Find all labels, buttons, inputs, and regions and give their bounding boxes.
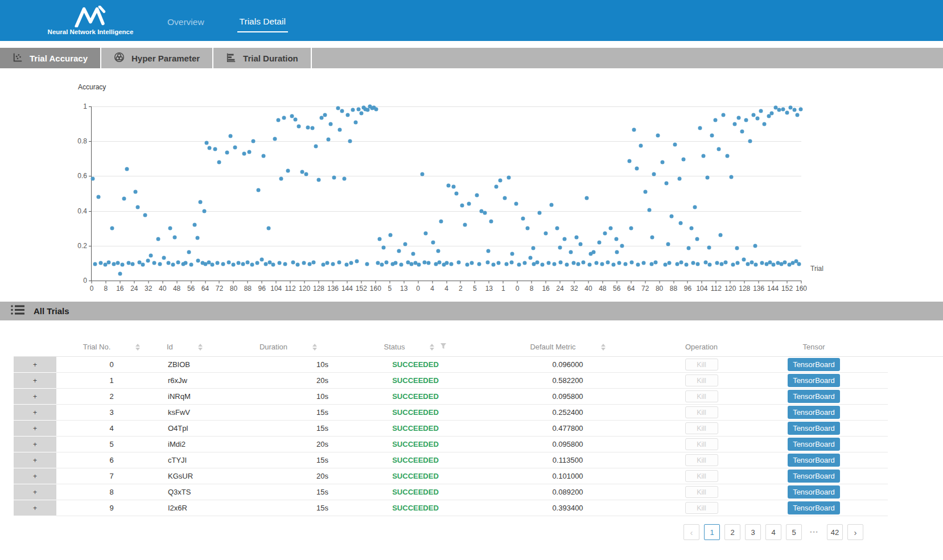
brand-logo: Neural Network Intelligence	[36, 6, 145, 35]
scatter-point	[748, 139, 752, 143]
kill-button[interactable]: Kill	[685, 359, 718, 370]
x-axis-tick	[134, 281, 134, 283]
duration-cell: 10s	[218, 389, 359, 405]
trial-id-cell: iMdi2	[167, 437, 218, 452]
scatter-point	[656, 133, 660, 137]
row-expander-button[interactable]: +	[14, 389, 56, 405]
scatter-point	[677, 177, 681, 181]
kill-button[interactable]: Kill	[685, 422, 718, 434]
x-axis-tick	[730, 281, 731, 283]
scatter-point	[517, 263, 521, 267]
row-expander-button[interactable]: +	[14, 484, 56, 500]
default-metric-cell: 0.113500	[472, 452, 663, 468]
scatter-point	[652, 172, 656, 176]
kill-button[interactable]: Kill	[685, 438, 718, 450]
tab-hyper-parameter[interactable]: Hyper Parameter	[101, 48, 213, 68]
scatter-point	[302, 261, 306, 265]
tensorboard-button[interactable]: TensorBoard	[788, 470, 840, 483]
pagination-page-3[interactable]: 3	[745, 524, 761, 540]
sort-icon[interactable]	[601, 344, 606, 351]
x-axis-label: 13	[485, 285, 493, 293]
kill-button[interactable]: Kill	[685, 406, 718, 418]
kill-button[interactable]: Kill	[685, 454, 718, 466]
scatter-point	[143, 213, 147, 217]
duration-cell: 15s	[218, 484, 359, 500]
table-row: + 3 ksFwV 15s SUCCEEDED 0.252400 Kill Te…	[14, 405, 943, 421]
scatter-point	[562, 237, 566, 241]
pagination-page-1[interactable]: 1	[704, 524, 720, 540]
scatter-point	[295, 263, 299, 267]
sort-icon[interactable]	[430, 344, 434, 351]
nav-tab-trials-detail[interactable]: Trials Detail	[237, 9, 288, 32]
scatter-point	[388, 233, 392, 237]
y-axis-label: 0.2	[77, 242, 87, 250]
pagination-page-4[interactable]: 4	[765, 524, 781, 540]
x-axis-tick	[219, 281, 220, 283]
scatter-point	[103, 263, 107, 267]
nav-tab-overview[interactable]: Overview	[167, 14, 204, 27]
filter-icon[interactable]	[440, 343, 447, 351]
nav-tabs: Overview Trials Detail	[167, 0, 288, 41]
row-expander-button[interactable]: +	[14, 500, 56, 516]
tensorboard-button[interactable]: TensorBoard	[788, 374, 840, 387]
pagination-page-5[interactable]: 5	[786, 524, 802, 540]
scatter-point	[317, 178, 321, 182]
chart-y-axis-title: Accuracy	[78, 83, 106, 91]
kill-button[interactable]: Kill	[685, 502, 718, 514]
kill-button[interactable]: Kill	[685, 390, 718, 402]
scatter-point	[378, 237, 382, 241]
scatter-point	[574, 235, 578, 239]
trial-no-cell: 5	[56, 437, 167, 452]
row-expander-button[interactable]: +	[14, 437, 56, 452]
sort-icon[interactable]	[198, 344, 203, 351]
tensorboard-button[interactable]: TensorBoard	[788, 406, 840, 419]
scatter-point	[763, 122, 767, 126]
row-expander-button[interactable]: +	[14, 405, 56, 421]
tab-trial-duration[interactable]: Trial Duration	[213, 48, 312, 68]
row-expander-button[interactable]: +	[14, 452, 56, 468]
pagination-page-2[interactable]: 2	[724, 524, 740, 540]
tensorboard-button[interactable]: TensorBoard	[788, 454, 840, 467]
pagination-prev-button[interactable]: ‹	[683, 524, 699, 540]
kill-button[interactable]: Kill	[685, 470, 718, 482]
scatter-point	[679, 221, 683, 225]
kill-button[interactable]: Kill	[685, 374, 718, 386]
x-axis-label: 4	[430, 285, 434, 293]
tensorboard-button[interactable]: TensorBoard	[788, 390, 840, 403]
row-expander-button[interactable]: +	[14, 373, 56, 389]
scatter-point	[176, 260, 180, 264]
tensorboard-button[interactable]: TensorBoard	[788, 358, 840, 371]
pagination-page-last[interactable]: 42	[827, 524, 843, 540]
status-badge: SUCCEEDED	[359, 373, 472, 389]
row-expander-button[interactable]: +	[14, 421, 56, 437]
x-axis-tick	[389, 281, 390, 283]
x-axis-label: 5	[388, 285, 392, 293]
column-header-duration[interactable]: Duration	[218, 337, 359, 356]
scatter-point	[582, 260, 586, 264]
pagination-ellipsis[interactable]: •••	[806, 529, 822, 535]
accuracy-chart[interactable]: Accuracy 10.80.60.40.2008162432404856647…	[0, 68, 943, 302]
x-axis-label: 72	[641, 285, 649, 293]
tensorboard-button[interactable]: TensorBoard	[788, 438, 840, 451]
tab-trial-accuracy[interactable]: Trial Accuracy	[0, 48, 101, 68]
column-header-default-metric[interactable]: Default Metric	[472, 337, 663, 356]
row-expander-button[interactable]: +	[14, 468, 56, 484]
column-header-id[interactable]: Id	[167, 337, 218, 356]
scatter-point	[591, 250, 595, 254]
column-header-status[interactable]: Status	[359, 337, 472, 356]
x-axis-tick	[191, 281, 191, 283]
tensorboard-button[interactable]: TensorBoard	[788, 422, 840, 435]
sort-icon[interactable]	[312, 344, 317, 351]
scatter-point	[781, 107, 785, 111]
horizontal-bars-icon	[226, 52, 236, 64]
sort-icon[interactable]	[135, 344, 140, 351]
pagination-next-button[interactable]: ›	[847, 524, 863, 540]
scatter-plot-area[interactable]: 10.80.60.40.2008162432404856647280889610…	[91, 106, 801, 281]
tensorboard-button[interactable]: TensorBoard	[788, 485, 840, 499]
row-expander-button[interactable]: +	[14, 357, 56, 373]
column-header-operation: Operation	[663, 337, 740, 356]
column-header-trial-no[interactable]: Trial No.	[56, 337, 167, 356]
scatter-point	[327, 138, 331, 142]
kill-button[interactable]: Kill	[685, 486, 718, 498]
tensorboard-button[interactable]: TensorBoard	[788, 501, 840, 514]
